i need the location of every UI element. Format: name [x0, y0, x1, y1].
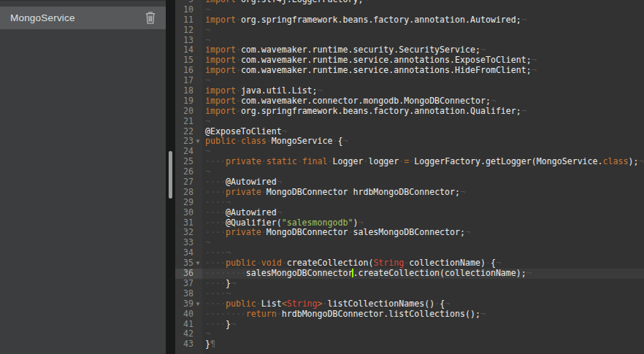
code-line[interactable]: 42¬ [175, 329, 644, 339]
eol-marker: ¬ [205, 146, 210, 156]
token: import [205, 96, 236, 106]
code-line[interactable]: 13¬ [175, 36, 644, 46]
eol-marker: ¬ [491, 96, 496, 106]
token: { [491, 258, 496, 268]
code-line[interactable]: 41····}¬ [175, 320, 644, 330]
fold-spacer [193, 198, 202, 208]
line-number: 28 [175, 188, 193, 198]
code-line[interactable]: 26¬ [175, 167, 644, 177]
gutter-cell: 38 [175, 289, 202, 299]
code-line[interactable]: 28····private·MongoDBConnector·hrdbMongo… [175, 188, 644, 198]
code-line[interactable]: 24¬ [175, 147, 644, 157]
code-editor[interactable]: 9import·org.slf4j.LoggerFactory;¬10¬11im… [175, 0, 644, 354]
gutter-cell: 30 [175, 208, 202, 218]
eol-marker: ¬ [521, 106, 526, 116]
code-line[interactable]: 18import·java.util.List;¬ [175, 86, 644, 96]
code-line[interactable]: 32····private·MongoDBConnector·salesMong… [175, 228, 644, 238]
code-line[interactable]: 10¬ [175, 5, 644, 15]
whitespace-dots: ···· [205, 247, 226, 258]
line-number: 43 [175, 339, 193, 350]
fold-spacer [193, 117, 202, 127]
code-line[interactable]: 39▼····public·List<String>·listCollectio… [175, 299, 644, 309]
code-line[interactable]: 23▼public·class·MongoService·{¬ [175, 136, 644, 147]
service-list-item-mongoservice[interactable]: MongoService [0, 7, 166, 29]
fold-spacer [193, 339, 202, 350]
code-text: ····private·static·final·Logger·logger·=… [205, 157, 643, 167]
code-line[interactable]: 30····@Autowired¬ [175, 208, 644, 218]
whitespace-dots: · [236, 96, 241, 106]
line-number: 17 [175, 76, 193, 86]
code-line[interactable]: 29····¬ [175, 198, 644, 208]
token: hrdbMongoDBConnector.listCollections(); [282, 309, 480, 319]
token: import [205, 55, 236, 65]
gutter-cell: 10 [175, 5, 202, 15]
sidebar-scrollbar-thumb[interactable] [169, 151, 172, 199]
fold-spacer [193, 167, 202, 177]
fold-arrow-icon[interactable]: ▼ [193, 258, 202, 269]
code-line[interactable]: 14import·com.wavemaker.runtime.security.… [175, 45, 644, 55]
code-line[interactable]: 20import·org.springframework.beans.facto… [175, 107, 644, 117]
code-line[interactable]: 33¬ [175, 238, 644, 248]
code-lines: 9import·org.slf4j.LoggerFactory;¬10¬11im… [175, 0, 644, 350]
code-line[interactable]: 17¬ [175, 76, 644, 86]
code-text: ········return·hrdbMongoDBConnector.list… [205, 309, 486, 320]
whitespace-dots: ···· [205, 299, 226, 309]
code-line[interactable]: 21¬ [175, 117, 644, 127]
fold-spacer [193, 127, 202, 137]
code-line[interactable]: 27····@Autowired¬ [175, 177, 644, 188]
fold-spacer [193, 269, 202, 279]
gutter-cell: 36 [175, 269, 202, 279]
code-line[interactable]: 34····¬ [175, 248, 644, 258]
eol-marker: ¬ [277, 177, 282, 187]
code-line[interactable]: 22@ExposeToClient¬ [175, 127, 644, 137]
code-line[interactable]: 40········return·hrdbMongoDBConnector.li… [175, 309, 644, 320]
eol-marker: ¬ [205, 328, 210, 339]
code-line[interactable]: 25····private·static·final·Logger·logger… [175, 157, 644, 167]
eol-marker: ¬ [521, 15, 526, 25]
gutter-cell: 42 [175, 329, 202, 339]
token: createCollection( [287, 258, 374, 268]
fold-spacer [193, 218, 202, 228]
code-line[interactable]: 35▼····public·void·createCollection(Stri… [175, 258, 644, 269]
code-line[interactable]: 16import·com.wavemaker.runtime.service.a… [175, 66, 644, 76]
fold-arrow-icon[interactable]: ▼ [193, 299, 202, 309]
gutter-cell: 13 [175, 36, 202, 46]
fold-arrow-icon[interactable]: ▼ [193, 136, 202, 147]
code-line[interactable]: 12¬ [175, 26, 644, 36]
eol-marker: ¬ [480, 309, 486, 319]
code-line[interactable]: 36········salesMongoDBConnector.createCo… [175, 269, 644, 279]
eol-marker: ¬ [532, 55, 537, 65]
gutter-cell: 14 [175, 45, 202, 55]
code-line[interactable]: 19import·com.wavemaker.connector.mongodb… [175, 96, 644, 107]
whitespace-dots: · [277, 309, 282, 319]
whitespace-dots: · [256, 258, 261, 268]
eol-marker: ¬ [496, 258, 501, 268]
delete-service-icon[interactable] [145, 12, 156, 25]
eol-marker: ¬ [358, 218, 363, 228]
whitespace-dots: · [261, 187, 267, 197]
code-line[interactable]: 11import·org.springframework.beans.facto… [175, 15, 644, 26]
whitespace-dots: · [236, 45, 241, 55]
sidebar-scrollbar[interactable] [166, 0, 175, 354]
whitespace-dots: ···· [205, 156, 226, 166]
code-line[interactable]: 37····}¬ [175, 279, 644, 289]
token: com.wavemaker.runtime.security.SecurityS… [241, 45, 480, 55]
line-number: 36 [175, 269, 193, 279]
fold-spacer [193, 309, 202, 320]
token: "salesmongodb" [282, 218, 353, 228]
whitespace-dots: ········ [205, 309, 246, 319]
code-text: ¬ [205, 238, 210, 248]
line-number: 29 [175, 198, 193, 208]
code-line[interactable]: 15import·com.wavemaker.runtime.service.a… [175, 55, 644, 66]
code-line[interactable]: 9import·org.slf4j.LoggerFactory;¬ [175, 0, 644, 5]
eol-marker: ¬ [343, 136, 348, 146]
token: } [226, 319, 231, 329]
line-number: 26 [175, 167, 193, 177]
code-line[interactable]: 43}¶ [175, 339, 644, 350]
code-text: ····}¬ [205, 279, 236, 289]
gutter-cell: 20 [175, 107, 202, 117]
code-line[interactable]: 31····@Qualifier("salesmongodb")¬ [175, 218, 644, 228]
code-text: ¬ [205, 5, 210, 15]
code-line[interactable]: 38····¬ [175, 289, 644, 299]
whitespace-dots: · [261, 227, 267, 237]
